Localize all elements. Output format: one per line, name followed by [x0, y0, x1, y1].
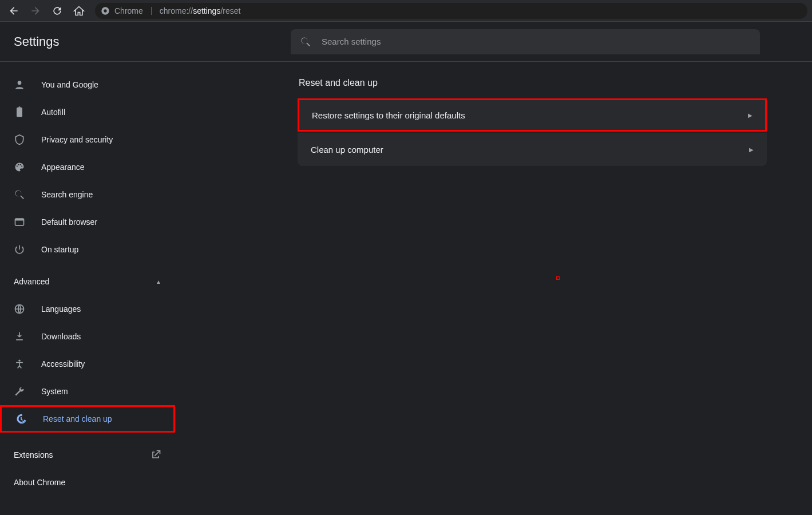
search-icon	[300, 36, 311, 47]
svg-rect-8	[15, 219, 24, 220]
svg-point-5	[20, 164, 21, 165]
chrome-icon	[101, 6, 110, 15]
download-icon	[14, 331, 25, 342]
sidebar-link-label: Extensions	[14, 450, 53, 459]
sidebar-link-extensions[interactable]: Extensions	[0, 441, 175, 469]
shield-icon	[14, 134, 25, 145]
row-label: Restore settings to their original defau…	[312, 110, 465, 120]
restore-icon	[15, 413, 27, 425]
svg-point-6	[21, 165, 22, 167]
sidebar-link-about-chrome[interactable]: About Chrome	[0, 469, 175, 496]
back-button[interactable]	[5, 2, 23, 20]
sidebar: You and Google Autofill Privacy and secu…	[0, 62, 175, 515]
sidebar-item-system[interactable]: System	[0, 378, 175, 405]
svg-point-1	[104, 9, 106, 12]
annotation-marker	[556, 276, 560, 280]
chevron-right-icon: ▶	[749, 146, 754, 153]
sidebar-item-languages[interactable]: Languages	[0, 295, 175, 323]
sidebar-item-privacy[interactable]: Privacy and security	[0, 126, 175, 153]
chevron-right-icon: ▶	[748, 112, 752, 118]
sidebar-item-label: Privacy and security	[41, 135, 113, 144]
wrench-icon	[14, 386, 25, 397]
accessibility-icon	[14, 358, 25, 370]
row-label: Clean up computer	[311, 145, 383, 154]
sidebar-item-you-and-google[interactable]: You and Google	[0, 71, 175, 98]
home-button[interactable]	[70, 2, 88, 20]
sidebar-item-label: You and Google	[41, 80, 98, 89]
chevron-up-icon: ▲	[156, 279, 161, 285]
row-clean-up-computer[interactable]: Clean up computer ▶	[298, 133, 767, 166]
sidebar-item-default-browser[interactable]: Default browser	[0, 208, 175, 236]
omnibox-url: chrome://settings/reset	[160, 6, 241, 15]
sidebar-item-label: Reset and clean up	[43, 414, 112, 423]
sidebar-item-label: Appearance	[41, 163, 85, 172]
browser-icon	[14, 216, 25, 228]
sidebar-item-label: Default browser	[41, 217, 97, 227]
external-link-icon	[150, 449, 161, 461]
sidebar-item-search-engine[interactable]: Search engine	[0, 181, 175, 208]
settings-main: Reset and clean up Restore settings to t…	[175, 62, 812, 515]
svg-point-3	[17, 165, 18, 167]
sidebar-item-reset-and-clean-up[interactable]: Reset and clean up	[0, 405, 175, 433]
clipboard-icon	[14, 106, 25, 118]
sidebar-item-label: Languages	[41, 304, 81, 314]
sidebar-item-label: System	[41, 387, 68, 396]
sidebar-item-appearance[interactable]: Appearance	[0, 153, 175, 181]
sidebar-item-label: Autofill	[41, 108, 65, 117]
globe-icon	[14, 303, 25, 315]
section-heading: Reset and clean up	[299, 78, 767, 88]
search-input[interactable]	[320, 36, 751, 47]
power-icon	[14, 244, 25, 255]
omnibox-prefix: Chrome	[114, 6, 143, 15]
forward-button[interactable]	[26, 2, 45, 20]
sidebar-item-label: Accessibility	[41, 359, 85, 369]
sidebar-item-label: On startup	[41, 245, 78, 254]
svg-point-4	[18, 164, 19, 165]
svg-point-2	[18, 81, 22, 85]
reload-button[interactable]	[48, 2, 66, 20]
address-bar[interactable]: Chrome chrome://settings/reset	[95, 3, 807, 19]
palette-icon	[14, 161, 25, 173]
sidebar-item-on-startup[interactable]: On startup	[0, 236, 175, 263]
search-settings[interactable]	[291, 29, 760, 54]
sidebar-section-advanced[interactable]: Advanced ▲	[0, 268, 175, 295]
page-title: Settings	[14, 34, 277, 49]
sidebar-section-label: Advanced	[14, 277, 49, 286]
browser-toolbar: Chrome chrome://settings/reset	[0, 0, 812, 22]
sidebar-item-autofill[interactable]: Autofill	[0, 98, 175, 126]
sidebar-item-accessibility[interactable]: Accessibility	[0, 350, 175, 378]
person-icon	[14, 79, 25, 90]
row-restore-defaults[interactable]: Restore settings to their original defau…	[298, 98, 767, 132]
sidebar-item-label: Downloads	[41, 332, 81, 341]
search-icon	[14, 189, 25, 200]
settings-header: Settings	[0, 22, 812, 62]
sidebar-item-label: Search engine	[41, 190, 93, 199]
omnibox-separator	[151, 7, 152, 15]
sidebar-item-downloads[interactable]: Downloads	[0, 323, 175, 350]
svg-point-10	[18, 360, 20, 362]
sidebar-link-label: About Chrome	[14, 478, 65, 487]
